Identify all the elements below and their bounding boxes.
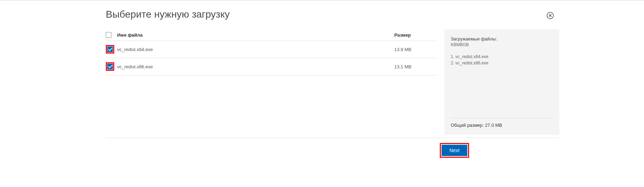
summary-panel: Загружаемые файлы: KBMBGB 1. vc_redist.x… (444, 29, 559, 135)
summary-divider (451, 118, 553, 118)
header-filename: Имя файла (116, 32, 394, 38)
next-button[interactable]: Next (442, 145, 467, 156)
highlight-box: Next (440, 143, 469, 158)
table-row[interactable]: vc_redist.x64.exe 13.9 MB (106, 41, 437, 58)
summary-title: Загружаемые файлы: (451, 36, 553, 42)
page-title: Выберите нужную загрузку (106, 9, 559, 20)
highlight-box (106, 45, 114, 54)
select-all-checkbox[interactable] (106, 32, 111, 38)
summary-list: 1. vc_redist.x64.exe 2. vc_redist.x86.ex… (451, 54, 553, 113)
table-row[interactable]: vc_redist.x86.exe 13.1 MB (106, 58, 437, 75)
close-button[interactable] (546, 12, 554, 19)
row-size: 13.9 MB (394, 47, 437, 52)
row-size: 13.1 MB (394, 64, 437, 69)
summary-subtitle: KBMBGB (451, 42, 553, 47)
summary-total: Общий размер: 27.0 MB (451, 123, 553, 128)
close-icon (546, 12, 554, 19)
row-filename: vc_redist.x86.exe (116, 64, 394, 69)
header-size: Размер (394, 32, 437, 38)
summary-item: 1. vc_redist.x64.exe (451, 54, 553, 60)
downloads-table: Имя файла Размер vc_redist.x64.exe 13.9 … (106, 29, 437, 135)
summary-item: 2. vc_redist.x86.exe (451, 60, 553, 66)
row-checkbox[interactable] (107, 64, 113, 69)
top-divider (0, 0, 644, 0)
row-filename: vc_redist.x64.exe (116, 47, 394, 52)
table-header-row: Имя файла Размер (106, 29, 437, 41)
highlight-box (106, 62, 114, 71)
row-checkbox[interactable] (107, 46, 113, 52)
